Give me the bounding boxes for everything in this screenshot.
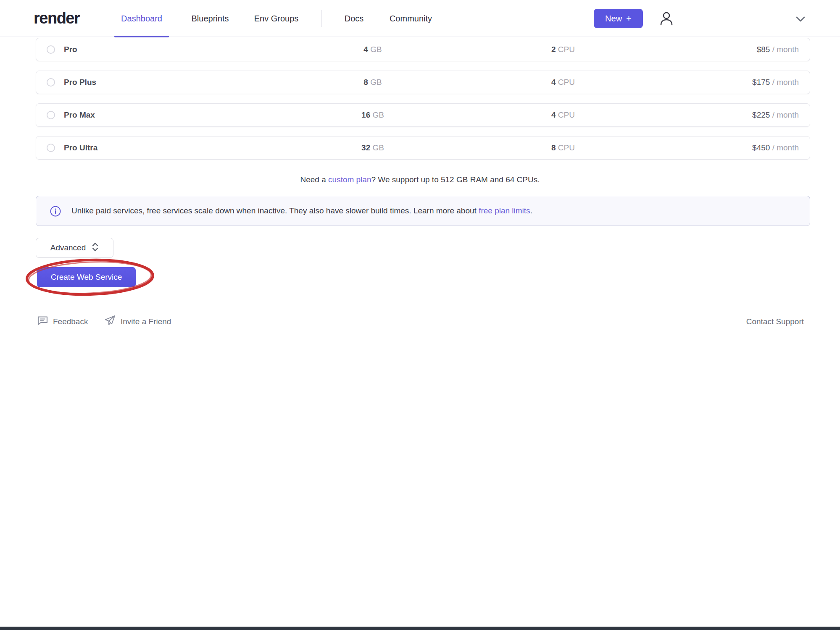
plus-icon: + [626,14,632,23]
plan-cpu: 4 CPU [521,78,605,87]
price-amount: $175 [752,78,770,87]
tab-env-groups-label: Env Groups [254,14,299,24]
feedback-button[interactable]: Feedback [37,315,88,328]
plan-name: Pro Ultra [64,143,97,152]
price-amount: $225 [752,110,770,119]
radio-button[interactable] [47,111,55,119]
chevron-down-icon[interactable] [794,15,807,24]
cpu-value: 4 [551,78,556,87]
plan-row-pro-plus[interactable]: Pro Plus 8 GB 4 CPU $175 / month [36,71,810,94]
page: render Dashboard Blueprints Env Groups D… [0,0,840,630]
plan-cpu: 8 CPU [521,143,605,152]
banner-text-before: Unlike paid services, free services scal… [71,206,479,215]
banner-text-after: . [530,206,532,215]
plan-name: Pro Max [64,110,95,120]
cpu-value: 2 [551,45,556,54]
plan-price: $175 / month [752,78,799,87]
plan-name: Pro Plus [64,78,96,87]
invite-friend-button[interactable]: Invite a Friend [104,315,171,328]
tab-dashboard[interactable]: Dashboard [114,0,169,37]
plan-ram: 16 GB [331,110,415,120]
tab-docs-label: Docs [345,14,364,24]
plan-price: $450 / month [752,143,799,152]
plan-cpu: 4 CPU [521,110,605,120]
feedback-icon [37,315,48,328]
plan-price: $225 / month [752,110,799,120]
custom-plan-link[interactable]: custom plan [328,175,371,184]
info-icon [50,206,61,217]
ram-unit: GB [370,45,382,54]
advanced-label: Advanced [50,243,86,252]
free-plan-info-banner: Unlike paid services, free services scal… [36,196,810,226]
ram-unit: GB [372,110,384,119]
plan-ram: 4 GB [331,45,415,54]
cpu-unit: CPU [558,143,575,152]
cpu-unit: CPU [558,45,575,54]
tab-community[interactable]: Community [384,0,437,37]
free-plan-limits-link[interactable]: free plan limits [479,206,530,215]
expand-collapse-icon [92,242,99,254]
cpu-value: 8 [551,143,556,152]
new-button[interactable]: New + [594,9,643,28]
ram-unit: GB [372,143,384,152]
render-logo[interactable]: render [34,9,79,27]
tab-dashboard-label: Dashboard [121,14,162,24]
nav-divider [321,10,322,27]
custom-plan-prefix: Need a [300,175,329,184]
contact-support-link[interactable]: Contact Support [746,317,804,326]
ram-value: 16 [361,110,370,119]
invite-friend-label: Invite a Friend [121,317,171,326]
price-period: / month [772,110,799,119]
account-menu-button[interactable] [658,10,675,27]
plan-ram: 32 GB [331,143,415,152]
tab-docs[interactable]: Docs [340,0,368,37]
bottom-edge-bar [0,627,840,630]
tab-community-label: Community [390,14,432,24]
new-button-label: New [605,14,622,24]
plan-row-pro-max[interactable]: Pro Max 16 GB 4 CPU $225 / month [36,103,810,127]
plan-name: Pro [64,45,77,54]
radio-button[interactable] [47,144,55,152]
custom-plan-line: Need a custom plan? We support up to 512… [0,175,840,184]
radio-button[interactable] [47,45,55,54]
ram-value: 8 [363,78,368,87]
cpu-unit: CPU [558,78,575,87]
paper-plane-icon [104,315,116,328]
price-period: / month [772,143,799,152]
tab-env-groups[interactable]: Env Groups [250,0,303,37]
cpu-unit: CPU [558,110,575,119]
feedback-label: Feedback [53,317,88,326]
price-period: / month [772,78,799,87]
tab-blueprints[interactable]: Blueprints [187,0,233,37]
plan-row-pro-ultra[interactable]: Pro Ultra 32 GB 8 CPU $450 / month [36,136,810,160]
price-period: / month [772,45,799,54]
banner-text: Unlike paid services, free services scal… [71,206,532,215]
custom-plan-suffix: ? We support up to 512 GB RAM and 64 CPU… [371,175,540,184]
ram-value: 4 [363,45,368,54]
plan-row-pro[interactable]: Pro 4 GB 2 CPU $85 / month [36,38,810,61]
radio-button[interactable] [47,78,55,87]
ram-unit: GB [370,78,382,87]
top-nav: render Dashboard Blueprints Env Groups D… [0,0,840,37]
plan-price: $85 / month [757,45,799,54]
plan-cpu: 2 CPU [521,45,605,54]
tab-blueprints-label: Blueprints [192,14,229,24]
advanced-toggle-button[interactable]: Advanced [36,238,113,258]
price-amount: $450 [752,143,770,152]
cpu-value: 4 [551,110,556,119]
create-web-service-button[interactable]: Create Web Service [37,267,136,287]
price-amount: $85 [757,45,770,54]
ram-value: 32 [361,143,370,152]
person-icon [658,22,675,28]
plan-ram: 8 GB [331,78,415,87]
